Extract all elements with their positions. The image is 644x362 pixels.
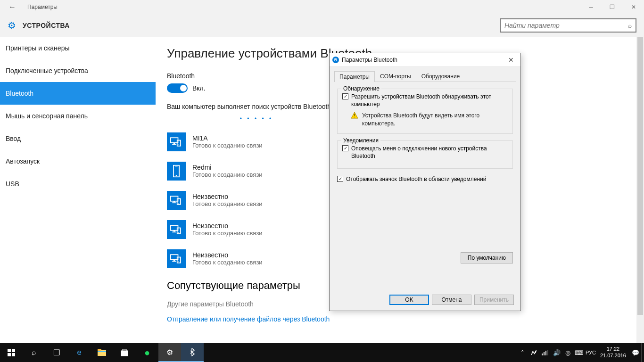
spotify-icon[interactable]: ● — [136, 343, 158, 362]
discovery-checkbox[interactable]: ✓ — [342, 93, 348, 99]
notify-checkbox[interactable]: ✓ — [342, 145, 348, 151]
action-center-icon[interactable]: 💬 — [630, 343, 641, 362]
dialog-title: Параметры Bluetooth — [342, 57, 397, 63]
device-name: Неизвестно — [192, 193, 263, 200]
search-taskbar-icon[interactable]: ⌕ — [23, 343, 45, 362]
svg-rect-36 — [545, 351, 546, 355]
tray-network-icon[interactable] — [540, 343, 551, 362]
dialog-titlebar[interactable]: B Параметры Bluetooth ✕ — [330, 53, 520, 66]
bluetooth-taskbar-icon[interactable] — [181, 343, 204, 362]
svg-rect-9 — [173, 201, 175, 202]
svg-rect-2 — [172, 144, 176, 145]
svg-rect-14 — [173, 230, 175, 231]
search-input[interactable] — [504, 22, 628, 29]
task-view-icon[interactable]: ❐ — [45, 343, 68, 362]
notifications-legend: Уведомления — [341, 137, 380, 144]
dialog-tabs: Параметры COM-порты Оборудование — [334, 71, 516, 82]
tab-com-ports[interactable]: COM-порты — [375, 71, 416, 82]
link-send-receive-files[interactable]: Отправление или получение файлов через B… — [167, 315, 633, 323]
pc-phone-icon — [167, 132, 186, 151]
svg-rect-20 — [172, 261, 176, 262]
tab-hardware[interactable]: Оборудование — [416, 71, 465, 82]
svg-rect-28 — [12, 353, 15, 356]
bluetooth-icon: B — [332, 57, 339, 63]
tray-chevron-icon[interactable]: ˄ — [517, 343, 528, 362]
minimize-button[interactable]: ─ — [580, 0, 602, 14]
svg-rect-19 — [173, 259, 175, 261]
cancel-button[interactable]: Отмена — [432, 295, 471, 305]
start-button[interactable] — [0, 343, 23, 362]
svg-rect-30 — [98, 349, 101, 351]
svg-point-4 — [178, 144, 179, 145]
bluetooth-settings-dialog: B Параметры Bluetooth ✕ Параметры COM-по… — [329, 53, 521, 311]
window-titlebar: ← Параметры ─ ❐ ✕ — [0, 0, 644, 14]
phone-icon — [167, 162, 186, 181]
settings-taskbar-icon[interactable]: ⚙ — [158, 343, 181, 362]
svg-rect-1 — [173, 142, 175, 144]
svg-point-17 — [178, 232, 179, 233]
svg-text:!: ! — [354, 113, 355, 118]
sidebar-item-bluetooth[interactable]: Bluetooth — [0, 82, 156, 105]
scrollbar-thumb[interactable] — [637, 37, 643, 315]
search-icon: ⌕ — [628, 22, 632, 29]
sidebar-item-usb[interactable]: USB — [0, 173, 156, 195]
device-name: MI1A — [192, 134, 263, 142]
scrollbar[interactable] — [636, 37, 644, 343]
tray-icon-checkbox-label: Отображать значок Bluetooth в области ув… — [346, 175, 486, 183]
apply-button[interactable]: Применить — [474, 295, 514, 305]
sidebar-item-mouse[interactable]: Мышь и сенсорная панель — [0, 105, 156, 127]
device-name: Redmi — [192, 164, 263, 171]
tab-parameters[interactable]: Параметры — [334, 71, 375, 82]
pc-phone-icon — [167, 249, 186, 268]
discovery-warning-text: Устройства Bluetooth будут видеть имя эт… — [362, 112, 508, 128]
svg-point-22 — [178, 261, 179, 262]
store-icon[interactable] — [113, 343, 136, 362]
svg-rect-32 — [121, 351, 128, 356]
device-status: Готово к созданию связи — [192, 200, 263, 207]
notifications-group: Уведомления ✓ Оповещать меня о подключен… — [337, 140, 513, 169]
svg-rect-34 — [542, 354, 543, 355]
device-status: Готово к созданию связи — [192, 142, 263, 149]
sidebar-item-connected-devices[interactable]: Подключенные устройства — [0, 59, 156, 82]
tray-volume-icon[interactable]: 🔊 — [551, 343, 562, 362]
svg-rect-10 — [172, 202, 176, 203]
searching-indicator: • • • • • — [233, 115, 280, 122]
tray-icon-checkbox[interactable]: ✓ — [337, 176, 343, 182]
svg-point-12 — [178, 203, 179, 204]
svg-rect-35 — [544, 352, 545, 355]
warning-icon: ! — [351, 112, 358, 119]
sidebar-item-autoplay[interactable]: Автозапуск — [0, 150, 156, 173]
device-status: Готово к созданию связи — [192, 171, 263, 178]
sidebar-item-input[interactable]: Ввод — [0, 127, 156, 150]
tray-language[interactable]: РУС — [585, 343, 596, 362]
discovery-group: Обнаружение ✓ Разрешить устройствам Blue… — [337, 89, 513, 134]
tray-location-icon[interactable]: ◎ — [562, 343, 574, 362]
discovery-legend: Обнаружение — [341, 85, 381, 92]
explorer-icon[interactable] — [91, 343, 113, 362]
gear-icon: ⚙ — [8, 20, 16, 31]
back-button[interactable]: ← — [6, 0, 19, 14]
show-desktop[interactable] — [641, 343, 644, 362]
window-title: Параметры — [27, 4, 58, 10]
pc-phone-icon — [167, 220, 186, 239]
tray-keyboard-icon[interactable]: ⌨ — [574, 343, 585, 362]
svg-rect-15 — [172, 231, 176, 232]
maximize-button[interactable]: ❐ — [602, 0, 623, 14]
bluetooth-toggle[interactable] — [167, 83, 188, 93]
edge-icon[interactable]: e — [68, 343, 91, 362]
dialog-close-button[interactable]: ✕ — [502, 56, 520, 64]
device-name: Неизвестно — [192, 222, 263, 230]
search-box[interactable]: ⌕ — [500, 18, 636, 33]
defaults-button[interactable]: По умолчанию — [461, 252, 513, 263]
ok-button[interactable]: OK — [389, 295, 429, 305]
page-category: УСТРОЙСТВА — [23, 22, 70, 29]
close-button[interactable]: ✕ — [623, 0, 644, 14]
device-name: Неизвестно — [192, 251, 263, 259]
toggle-knob — [180, 85, 187, 91]
tray-clock[interactable]: 17:22 21.07.2016 — [596, 346, 630, 359]
svg-rect-25 — [8, 349, 11, 352]
device-status: Готово к созданию связи — [192, 259, 263, 266]
sidebar-item-printers[interactable]: Принтеры и сканеры — [0, 37, 156, 59]
tray-power-icon[interactable]: 🗲 — [528, 343, 540, 362]
device-status: Готово к созданию связи — [192, 230, 263, 237]
